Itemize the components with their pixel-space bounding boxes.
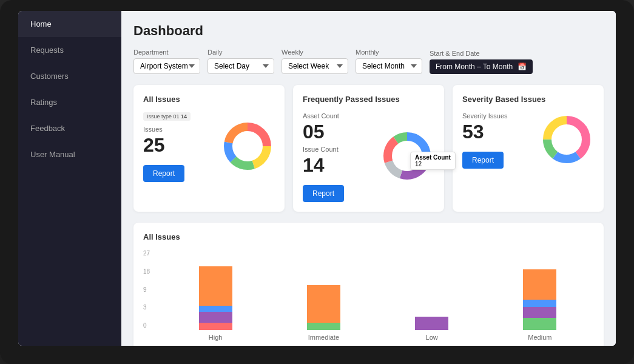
bar-group: Immediate	[269, 285, 377, 341]
daterange-label: Start & End Date	[430, 50, 533, 57]
donut-tooltip: Asset Count12	[410, 152, 456, 170]
y-label: 9	[143, 286, 150, 293]
donut-chart	[539, 112, 594, 167]
bar-x-label: Low	[426, 334, 438, 341]
daily-select[interactable]: Select Day	[207, 58, 274, 74]
card-inner: Severity Issues 53 Report	[462, 110, 594, 169]
issue-label: Issue Count	[303, 146, 339, 153]
card-title: Frequently Passed Issues	[303, 95, 434, 104]
report-button[interactable]: Report	[462, 152, 504, 169]
asset-value: 05	[303, 121, 380, 143]
card-0: All Issues Issue type 01 14 Issues 25 Re…	[133, 85, 285, 212]
calendar-icon: 📅	[518, 62, 527, 71]
daterange-value: From Month – To Month	[436, 62, 513, 71]
bar-group: Medium	[486, 269, 594, 341]
monthly-select[interactable]: Select Month	[356, 58, 422, 74]
badge: Issue type 01 14	[143, 112, 191, 121]
bar-x-label: Immediate	[308, 334, 339, 341]
sidebar-item-user-manual[interactable]: User Manual	[18, 141, 121, 167]
y-label: 3	[143, 304, 150, 311]
bar-group: High	[161, 266, 269, 341]
card-inner: Asset Count 05 Issue Count 14 Report Ass…	[303, 110, 434, 202]
bar-stack	[523, 269, 556, 330]
bar-x-label: Medium	[528, 334, 551, 341]
bar-segment	[415, 317, 448, 330]
daterange-filter: Start & End Date From Month – To Month 📅	[430, 50, 533, 74]
filters-bar: Department Airport System Daily Select D…	[133, 49, 604, 74]
stat-label: Severity Issues	[462, 112, 508, 120]
card-title: All Issues	[143, 95, 275, 104]
sidebar-item-home[interactable]: Home	[18, 11, 121, 37]
laptop-frame: HomeRequestsCustomersRatingsFeedbackUser…	[0, 0, 634, 364]
bar-segment	[523, 318, 556, 330]
stat-label: Issues	[143, 126, 163, 133]
bar-chart-card: All Issues 2718930 HighImmediateLowMediu…	[133, 223, 604, 346]
stat-value: 25	[143, 134, 220, 157]
bar-segment	[199, 323, 232, 330]
bar-segment	[199, 312, 232, 323]
main-content: Dashboard Department Airport System Dail…	[121, 11, 616, 346]
sidebar-item-feedback[interactable]: Feedback	[18, 115, 121, 141]
y-label: 18	[143, 268, 150, 275]
bar-segment	[523, 300, 556, 307]
asset-label: Asset Count	[303, 112, 339, 120]
bar-chart-title: All Issues	[143, 232, 594, 241]
bar-segment	[199, 266, 232, 306]
sidebar-item-customers[interactable]: Customers	[18, 63, 121, 89]
sidebar: HomeRequestsCustomersRatingsFeedbackUser…	[18, 11, 121, 346]
daily-filter: Daily Select Day	[207, 49, 274, 74]
donut-chart: Asset Count12	[380, 129, 434, 183]
donut-svg	[539, 112, 594, 167]
department-label: Department	[133, 49, 200, 56]
bar-x-label: High	[209, 334, 223, 341]
sidebar-item-requests[interactable]: Requests	[18, 37, 121, 63]
daterange-input[interactable]: From Month – To Month 📅	[430, 59, 533, 74]
donut-chart	[220, 119, 275, 174]
department-select[interactable]: Airport System	[133, 58, 200, 74]
bar-stack	[415, 317, 448, 330]
bar-stack	[307, 285, 340, 330]
page-title: Dashboard	[133, 23, 604, 39]
card-1: Frequently Passed Issues Asset Count 05 …	[293, 85, 444, 212]
daily-label: Daily	[207, 49, 274, 56]
card-title: Severity Based Issues	[462, 95, 594, 104]
screen: HomeRequestsCustomersRatingsFeedbackUser…	[18, 11, 616, 346]
card-2: Severity Based Issues Severity Issues 53…	[453, 85, 604, 212]
bar-group: Low	[378, 317, 486, 341]
monthly-label: Monthly	[356, 49, 422, 56]
sidebar-item-ratings[interactable]: Ratings	[18, 89, 121, 115]
bar-segment	[307, 285, 340, 323]
y-label: 0	[143, 322, 150, 329]
weekly-filter: Weekly Select Week	[282, 49, 348, 74]
bar-segment	[523, 269, 556, 300]
weekly-label: Weekly	[282, 49, 348, 56]
donut-svg	[220, 119, 275, 174]
y-label: 27	[143, 250, 150, 257]
bar-segment	[523, 307, 556, 318]
weekly-select[interactable]: Select Week	[282, 58, 348, 74]
bar-chart: 2718930 HighImmediateLowMedium	[143, 250, 594, 341]
report-button[interactable]: Report	[143, 165, 184, 182]
monthly-filter: Monthly Select Month	[356, 49, 422, 74]
bar-segment	[307, 323, 340, 330]
report-button[interactable]: Report	[303, 185, 344, 202]
cards-row: All Issues Issue type 01 14 Issues 25 Re…	[133, 85, 604, 212]
stat-value: 53	[462, 121, 539, 143]
card-inner: Issue type 01 14 Issues 25 Report	[143, 110, 275, 182]
issue-value: 14	[303, 154, 380, 177]
bar-segment	[199, 306, 232, 312]
department-filter: Department Airport System	[133, 49, 200, 74]
bar-stack	[199, 266, 232, 330]
y-axis: 2718930	[143, 250, 150, 329]
